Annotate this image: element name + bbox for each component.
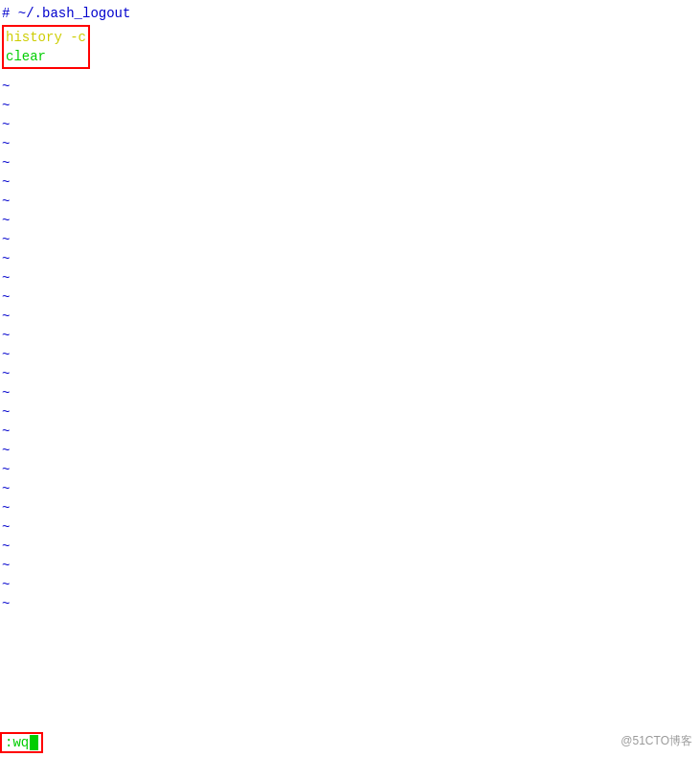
tilde-line: ~ xyxy=(2,134,698,153)
tilde-line: ~ xyxy=(2,594,698,613)
command-text: :wq xyxy=(5,735,29,750)
tilde-line: ~ xyxy=(2,230,698,249)
tilde-line: ~ xyxy=(2,77,698,96)
history-command-line: history -c xyxy=(6,28,86,47)
tilde-line: ~ xyxy=(2,441,698,460)
header-comment-line: # ~/.bash_logout xyxy=(2,4,698,23)
tilde-lines-container: ~~~~~~~~~~~~~~~~~~~~~~~~~~~~ xyxy=(2,77,698,613)
tilde-line: ~ xyxy=(2,307,698,326)
tilde-line: ~ xyxy=(2,556,698,575)
tilde-line: ~ xyxy=(2,422,698,441)
tilde-line: ~ xyxy=(2,345,698,364)
tilde-line: ~ xyxy=(2,479,698,498)
tilde-line: ~ xyxy=(2,498,698,517)
watermark: @51CTO博客 xyxy=(621,733,692,749)
tilde-line: ~ xyxy=(2,287,698,307)
clear-command-line: clear xyxy=(6,47,86,66)
tilde-line: ~ xyxy=(2,96,698,115)
tilde-line: ~ xyxy=(2,211,698,230)
command-input-block[interactable]: :wq xyxy=(0,732,43,753)
tilde-line: ~ xyxy=(2,537,698,556)
highlighted-commands-block: history -c clear xyxy=(2,25,90,69)
tilde-line: ~ xyxy=(2,115,698,134)
editor-area: # ~/.bash_logout history -c clear ~~~~~~… xyxy=(0,0,700,757)
tilde-line: ~ xyxy=(2,172,698,192)
cursor-block xyxy=(30,735,38,750)
tilde-line: ~ xyxy=(2,268,698,287)
tilde-line: ~ xyxy=(2,383,698,402)
watermark-text: @51CTO博客 xyxy=(621,734,692,747)
tilde-line: ~ xyxy=(2,517,698,537)
tilde-line: ~ xyxy=(2,326,698,345)
status-bar: :wq xyxy=(0,732,700,753)
tilde-line: ~ xyxy=(2,249,698,268)
header-comment-text: # ~/.bash_logout xyxy=(2,6,130,21)
tilde-line: ~ xyxy=(2,575,698,594)
tilde-line: ~ xyxy=(2,460,698,479)
tilde-line: ~ xyxy=(2,192,698,211)
tilde-line: ~ xyxy=(2,364,698,383)
tilde-line: ~ xyxy=(2,153,698,172)
tilde-line: ~ xyxy=(2,402,698,422)
